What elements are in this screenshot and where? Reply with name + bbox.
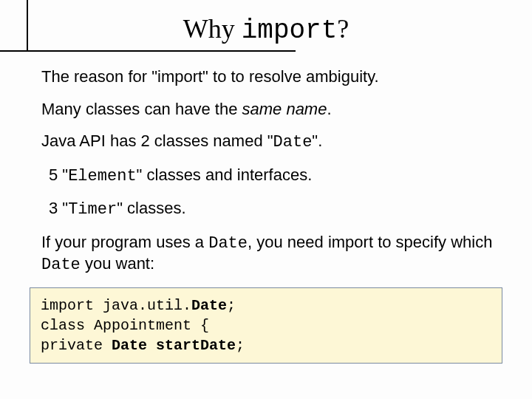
code-3a: private xyxy=(41,337,112,354)
line-2-post: . xyxy=(327,100,331,118)
body: The reason for "import" to to resolve am… xyxy=(0,46,532,276)
title-text-pre: Why xyxy=(183,14,242,44)
line-1-text: The reason for "import" to to resolve am… xyxy=(41,67,379,86)
code-3c xyxy=(147,337,156,354)
line-6-post: you want: xyxy=(81,254,154,273)
line-4-pre: 5 " xyxy=(49,166,68,184)
code-1c: ; xyxy=(227,297,236,314)
line-5-post: " classes. xyxy=(117,199,185,217)
code-1b: Date xyxy=(191,297,227,314)
slide: Why import? The reason for "import" to t… xyxy=(0,0,532,399)
line-6-pre: If your program uses a xyxy=(41,233,208,251)
code-3d: startDate xyxy=(156,337,236,354)
line-2-pre: Many classes can have the xyxy=(41,100,242,118)
line-3-post: ". xyxy=(312,132,322,150)
line-5: 3 "Timer" classes. xyxy=(41,198,495,220)
code-block: import java.util.Date; class Appointment… xyxy=(30,287,502,364)
line-5-code: Timer xyxy=(68,200,117,219)
title-code: import xyxy=(242,16,338,46)
code-3e: ; xyxy=(236,337,245,354)
line-6-code2: Date xyxy=(41,256,81,274)
line-4-post: " classes and interfaces. xyxy=(137,166,313,184)
code-3b: Date xyxy=(112,337,147,354)
line-5-pre: 3 " xyxy=(49,199,68,217)
line-6-mid: , you need import to specify which xyxy=(248,233,492,251)
slide-title: Why import? xyxy=(183,14,349,44)
line-2: Many classes can have the same name. xyxy=(41,99,495,120)
line-3-pre: Java API has 2 classes named " xyxy=(41,132,273,150)
line-4-code: Element xyxy=(68,167,136,185)
line-3: Java API has 2 classes named "Date". xyxy=(41,131,495,153)
line-2-em: same name xyxy=(242,100,327,118)
line-1: The reason for "import" to to resolve am… xyxy=(41,66,495,87)
line-4: 5 "Element" classes and interfaces. xyxy=(41,165,495,187)
code-1a: import java.util. xyxy=(41,297,191,314)
code-line-1: import java.util.Date; xyxy=(41,297,236,314)
code-line-2: class Appointment { xyxy=(41,317,209,334)
title-wrap: Why import? xyxy=(0,0,532,46)
title-rule xyxy=(0,50,296,52)
code-line-3: private Date startDate; xyxy=(41,337,245,354)
line-6-code: Date xyxy=(208,234,248,253)
title-text-post: ? xyxy=(337,14,349,44)
line-6: If your program uses a Date, you need im… xyxy=(41,232,495,276)
line-3-code: Date xyxy=(273,133,313,151)
